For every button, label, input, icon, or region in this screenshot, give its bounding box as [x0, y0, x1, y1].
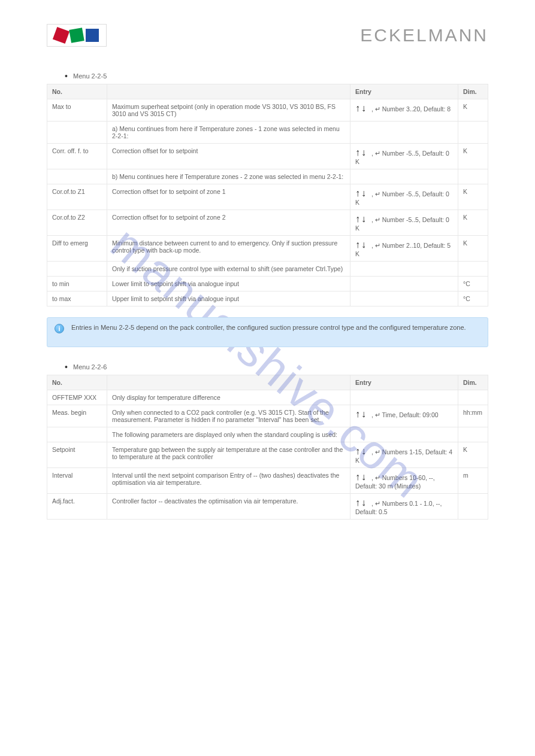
table-row: Interval Interval until the next setpoin… — [47, 468, 488, 494]
up-down-arrow-icon: ↑↓ — [355, 497, 367, 508]
cell-dim: K — [458, 99, 488, 122]
up-down-arrow-icon: ↑↓ — [355, 147, 367, 158]
cell-entry — [350, 262, 458, 277]
cell-no: Adj.fact. — [47, 494, 107, 520]
cell-dim: m — [458, 468, 488, 494]
table-menu-2-2-5: No. Entry Dim. Max to Maximum superheat … — [47, 84, 488, 306]
table-row: Meas. begin Only when connected to a CO2… — [47, 405, 488, 427]
cell-entry: ↑↓ , ↵ Number -5..5, Default: 0 K — [350, 144, 458, 169]
cell-entry: ↑↓ , ↵ Number 2..10, Default: 5 K — [350, 236, 458, 262]
table-row: Cor.of.to Z1 Correction offset for to se… — [47, 184, 488, 210]
table-row: OFFTEMP XXX Only display for temperature… — [47, 390, 488, 405]
cell-entry: ↑↓ , ↵ Numbers 10-60, --, Default: 30 m … — [350, 468, 458, 494]
cell-desc: The following parameters are displayed o… — [107, 427, 350, 442]
cell-no — [47, 427, 107, 442]
cell-no: Cor.of.to Z1 — [47, 184, 107, 210]
up-down-arrow-icon: ↑↓ — [355, 239, 367, 250]
th-entry: Entry — [350, 84, 458, 99]
cell-dim — [458, 494, 488, 520]
section-a-bullet: Menu 2-2-5 — [65, 71, 488, 80]
cell-dim — [458, 122, 488, 144]
table-row: The following parameters are displayed o… — [47, 427, 488, 442]
cell-no: Corr. off. f. to — [47, 144, 107, 169]
cell-entry — [350, 169, 458, 184]
logo-square-blue — [86, 29, 99, 42]
logo-square-red — [53, 27, 69, 44]
table-row: Corr. off. f. to Correction offset for t… — [47, 144, 488, 169]
table-header-row: No. Entry Dim. — [47, 375, 488, 390]
up-down-arrow-icon: ↑↓ — [355, 214, 367, 224]
th-desc — [107, 84, 350, 99]
cell-desc: Correction offset for to setpoint — [107, 144, 350, 169]
cell-dim: hh:mm — [458, 405, 488, 427]
table-row: Only if suction pressure control type wi… — [47, 262, 488, 277]
section-b-bullet: Menu 2-2-6 — [65, 362, 488, 371]
cell-desc: Maximum superheat setpoint (only in oper… — [107, 99, 350, 122]
cell-dim: K — [458, 210, 488, 236]
info-callout: i Entries in Menu 2-2-5 depend on the pa… — [47, 317, 488, 347]
cell-entry — [350, 122, 458, 144]
cell-entry — [350, 390, 458, 405]
cell-no — [47, 262, 107, 277]
cell-no: to max — [47, 292, 107, 306]
cell-dim — [458, 262, 488, 277]
cell-dim — [458, 169, 488, 184]
cell-no: OFFTEMP XXX — [47, 390, 107, 405]
cell-entry: ↑↓ , ↵ Time, Default: 09:00 — [350, 405, 458, 427]
cell-dim — [458, 427, 488, 442]
th-desc — [107, 375, 350, 390]
cell-desc: Lower limit to setpoint shift via analog… — [107, 277, 350, 292]
page-header: ECKELMANN — [47, 24, 488, 47]
up-down-arrow-icon: ↑↓ — [355, 472, 367, 482]
cell-desc: Only display for temperature difference — [107, 390, 350, 405]
cell-dim — [458, 390, 488, 405]
th-no: No. — [47, 375, 107, 390]
page-content: ECKELMANN Menu 2-2-5 No. Entry Dim. Max … — [0, 0, 535, 520]
table-row: to min Lower limit to setpoint shift via… — [47, 277, 488, 292]
cell-no: Setpoint — [47, 442, 107, 468]
cell-no: Cor.of.to Z2 — [47, 210, 107, 236]
info-icon: i — [55, 324, 64, 333]
cell-dim: K — [458, 442, 488, 468]
brand-wordmark: ECKELMANN — [360, 25, 488, 45]
cell-no — [47, 122, 107, 144]
brand-squares-logo — [47, 24, 107, 47]
cell-entry — [350, 427, 458, 442]
cell-no: Diff to emerg — [47, 236, 107, 262]
up-down-arrow-icon: ↑↓ — [355, 409, 367, 420]
cell-desc: Interval until the next setpoint compari… — [107, 468, 350, 494]
cell-no: Interval — [47, 468, 107, 494]
cell-dim: K — [458, 184, 488, 210]
th-dim: Dim. — [458, 84, 488, 99]
up-down-arrow-icon: ↑↓ — [355, 188, 367, 199]
cell-entry — [350, 292, 458, 306]
cell-desc: b) Menu continues here if Temperature zo… — [107, 169, 350, 184]
cell-entry: ↑↓ , ↵ Numbers 0.1 - 1.0, --, Default: 0… — [350, 494, 458, 520]
up-down-arrow-icon: ↑↓ — [355, 103, 367, 114]
cell-no — [47, 169, 107, 184]
cell-dim: °C — [458, 292, 488, 306]
table-row: b) Menu continues here if Temperature zo… — [47, 169, 488, 184]
table-row: Setpoint Temperature gap between the sup… — [47, 442, 488, 468]
cell-entry — [350, 277, 458, 292]
cell-entry: ↑↓ , ↵ Number -5..5, Default: 0 K — [350, 184, 458, 210]
cell-entry: ↑↓ , ↵ Numbers 1-15, Default: 4 K — [350, 442, 458, 468]
th-no: No. — [47, 84, 107, 99]
cell-dim: K — [458, 236, 488, 262]
table-row: Adj.fact. Controller factor -- deactivat… — [47, 494, 488, 520]
logo-square-green — [69, 28, 84, 42]
table-row: Cor.of.to Z2 Correction offset for to se… — [47, 210, 488, 236]
table-menu-2-2-6: No. Entry Dim. OFFTEMP XXX Only display … — [47, 375, 488, 520]
cell-desc: Correction offset for to setpoint of zon… — [107, 210, 350, 236]
th-entry: Entry — [350, 375, 458, 390]
cell-dim: °C — [458, 277, 488, 292]
cell-entry: ↑↓ , ↵ Number -5..5, Default: 0 K — [350, 210, 458, 236]
cell-desc: Only when connected to a CO2 pack contro… — [107, 405, 350, 427]
cell-desc: Controller factor -- deactivates the opt… — [107, 494, 350, 520]
cell-desc: Only if suction pressure control type wi… — [107, 262, 350, 277]
cell-desc: Upper limit to setpoint shift via analog… — [107, 292, 350, 306]
cell-desc: Correction offset for to setpoint of zon… — [107, 184, 350, 210]
table-row: to max Upper limit to setpoint shift via… — [47, 292, 488, 306]
cell-desc: Minimum distance between current to and … — [107, 236, 350, 262]
cell-entry: ↑↓ , ↵ Number 3..20, Default: 8 — [350, 99, 458, 122]
